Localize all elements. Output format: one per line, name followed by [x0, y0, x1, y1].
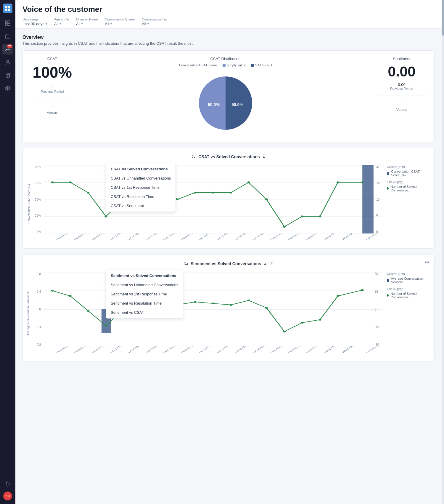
sentiment-dropdown-menu: Sentiment vs Solved Conversations Sentim…	[106, 270, 183, 319]
sentiment-legend-right: Column (Left): Average Conversation Sent…	[387, 272, 428, 303]
notification-badge: 70	[7, 44, 12, 48]
svg-text:03/31/2023: 03/31/2023	[287, 346, 301, 353]
sidebar: 70 KC	[0, 0, 15, 504]
svg-point-29	[229, 192, 232, 193]
svg-text:03/20/2023: 03/20/2023	[127, 233, 141, 241]
csat-plot-area	[44, 165, 382, 233]
csat-y-left-100: 100%	[33, 165, 41, 169]
sentiment-chart-icon: 🗂	[184, 261, 188, 266]
agent-info-filter: Agent Info All ▾	[54, 17, 69, 26]
csat-line-legend-item: Number of Solved Conversatio...	[387, 185, 428, 192]
sentiment-divider	[375, 95, 428, 95]
user-avatar[interactable]: KC	[3, 492, 12, 500]
csat-line-legend: Line (Right): Number of Solved Conversat…	[387, 180, 428, 192]
sentiment-dropdown-item-2[interactable]: Sentiment vs 1st Response Time	[106, 289, 183, 299]
svg-text:03/24/2023: 03/24/2023	[198, 346, 212, 353]
csat-y-left-25: 25%	[35, 214, 41, 217]
csat-dropdown-item-2[interactable]: CSAT vs 1st Response Time	[106, 183, 176, 192]
svg-text:04/04/2023: 04/04/2023	[323, 346, 337, 353]
sentiment-title: Sentiment	[393, 57, 411, 61]
bell-icon[interactable]	[2, 479, 13, 489]
svg-rect-8	[5, 35, 10, 38]
scrollbar-thumb[interactable]	[442, 0, 444, 36]
legend-satisfied: SATISFIED	[251, 63, 272, 67]
date-range-select[interactable]: Last 30 days ▾	[22, 22, 47, 26]
sentiment-y-axis-label-left: Average Conversation Sentiment	[27, 292, 30, 336]
agent-info-label: Agent Info	[54, 17, 69, 21]
csat-prev-label: Previous Period	[41, 90, 64, 93]
svg-text:03/17/2023: 03/17/2023	[109, 346, 123, 353]
sentiment-column-legend-color	[387, 279, 389, 282]
svg-text:03/29/2023: 03/29/2023	[252, 346, 265, 353]
svg-text:03/30/2023: 03/30/2023	[270, 346, 283, 353]
svg-point-30	[247, 181, 250, 183]
filter-bar: Date range Last 30 days ▾ Agent Info All…	[22, 17, 435, 26]
sidebar-logo	[3, 4, 12, 13]
sentiment-chart-title-row[interactable]: 🗂 Sentiment vs Solved Conversations ▲ ☞	[29, 261, 428, 266]
svg-rect-3	[8, 9, 10, 11]
svg-point-20	[69, 181, 72, 183]
csat-dropdown-item-0[interactable]: CSAT vs Solved Conversations	[106, 164, 176, 174]
sentiment-chart-section: ••• 🗂 Sentiment vs Solved Conversations …	[22, 255, 435, 361]
svg-text:03/16/2023: 03/16/2023	[91, 233, 105, 241]
sentiment-line-legend: Line (Right): Number of Solved Conversat…	[387, 287, 428, 299]
conversation-queue-select[interactable]: All ▾	[105, 22, 135, 26]
csat-dropdown-item-4[interactable]: CSAT vs Sentiment	[106, 201, 176, 210]
date-range-filter: Date range Last 30 days ▾	[22, 17, 47, 26]
csat-card: CSAT 100% – Previous Period – Versus	[23, 51, 82, 142]
csat-chart-title-row[interactable]: 🗂 CSAT vs Solved Conversations ▲	[29, 154, 428, 159]
sidebar-item-badge[interactable]	[2, 70, 13, 81]
svg-point-31	[265, 199, 268, 200]
csat-y-left-50: 50%	[35, 198, 41, 201]
svg-point-78	[337, 295, 339, 297]
svg-point-75	[283, 331, 286, 332]
scrollbar[interactable]	[442, 0, 444, 504]
svg-point-73	[247, 300, 250, 301]
csat-line-legend-title: Line (Right):	[387, 180, 428, 184]
csat-dropdown-item-1[interactable]: CSAT vs Unhandled Conversations	[106, 174, 176, 183]
sentiment-x-labels-svg: 03/14/2023 03/15/2023 03/16/2023 03/17/2…	[44, 346, 382, 355]
svg-point-74	[265, 307, 268, 309]
conversation-tag-select[interactable]: All ▾	[142, 22, 167, 26]
sidebar-item-analytics[interactable]: 70	[2, 44, 13, 55]
svg-text:03/27/2023: 03/27/2023	[216, 233, 230, 241]
csat-chart-icon: 🗂	[191, 154, 196, 159]
conversation-queue-chevron: ▾	[110, 22, 112, 25]
sentiment-line-legend-color	[387, 294, 389, 297]
svg-text:03/21/2023: 03/21/2023	[145, 233, 158, 241]
sentiment-dropdown-item-4[interactable]: Sentiment vs CSAT	[106, 308, 183, 317]
sentiment-x-labels: 03/14/2023 03/15/2023 03/16/2023 03/17/2…	[44, 346, 382, 355]
csat-x-labels-svg: 03/14/2023 03/15/2023 03/16/2023 03/17/2…	[44, 233, 382, 242]
svg-point-9	[7, 60, 9, 63]
channel-name-select[interactable]: All ▾	[76, 22, 98, 26]
svg-text:04/03/2023: 04/03/2023	[305, 233, 319, 241]
svg-rect-18	[362, 165, 374, 233]
conversation-queue-label: Conversation Queue	[105, 17, 135, 21]
sentiment-dropdown-item-3[interactable]: Sentiment vs Resolution Time	[106, 299, 183, 308]
agent-info-select[interactable]: All ▾	[54, 22, 69, 26]
sidebar-item-box[interactable]	[2, 83, 13, 94]
csat-dropdown-item-3[interactable]: CSAT vs Resolution Time	[106, 192, 176, 201]
svg-point-71	[212, 303, 214, 304]
sentiment-value: 0.00	[388, 65, 415, 79]
overview-title: Overview	[22, 35, 435, 40]
svg-rect-5	[8, 21, 10, 23]
svg-point-19	[51, 181, 54, 183]
csat-legend-right: Column (Left): Conversation CSAT Score (…	[387, 165, 428, 196]
svg-text:03/22/2023: 03/22/2023	[163, 233, 176, 241]
sidebar-item-reports[interactable]	[2, 31, 13, 41]
csat-x-labels: 03/14/2023 03/15/2023 03/16/2023 03/17/2…	[44, 233, 382, 242]
svg-point-28	[212, 192, 214, 193]
agent-info-chevron: ▾	[59, 22, 61, 25]
sentiment-dropdown-item-1[interactable]: Sentiment vs Unhandled Conversations	[106, 280, 183, 289]
csat-legend: Conversation CSAT Score: (empty value) S…	[88, 63, 363, 67]
svg-rect-0	[5, 6, 7, 8]
cursor-indicator: ☞	[269, 261, 274, 266]
csat-divider	[29, 98, 76, 98]
sidebar-item-grid[interactable]	[2, 18, 13, 28]
sentiment-dropdown-item-0[interactable]: Sentiment vs Solved Conversations	[106, 271, 183, 280]
sentiment-chart-dots[interactable]: •••	[424, 260, 429, 265]
csat-dash: –	[51, 82, 54, 89]
sidebar-item-people[interactable]	[2, 57, 13, 68]
csat-versus: Versus	[47, 111, 58, 115]
